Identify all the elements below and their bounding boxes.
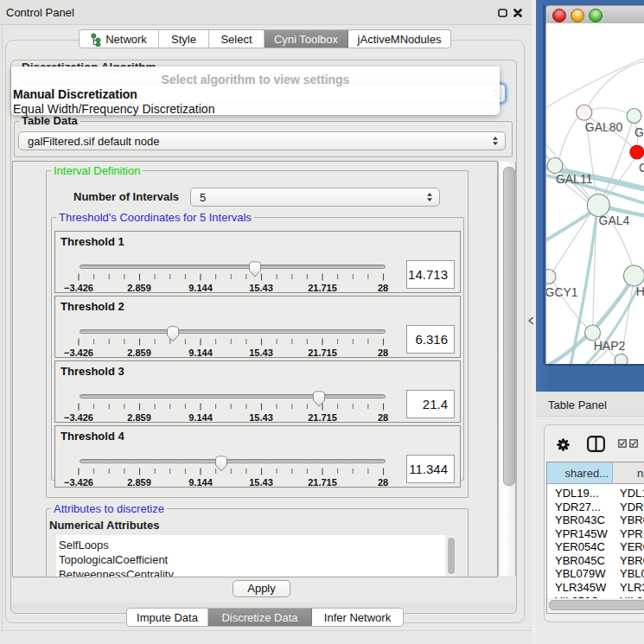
- svg-text:CR: CR: [639, 161, 644, 175]
- svg-text:GAL: GAL: [634, 125, 644, 139]
- svg-text:GAL80: GAL80: [585, 120, 623, 134]
- svg-text:HAP2: HAP2: [594, 339, 626, 353]
- svg-text:GAL4: GAL4: [599, 214, 630, 227]
- svg-text:GAL11: GAL11: [556, 172, 593, 186]
- svg-text:GCY1: GCY1: [546, 285, 578, 299]
- svg-text:HIS: HIS: [636, 284, 644, 298]
